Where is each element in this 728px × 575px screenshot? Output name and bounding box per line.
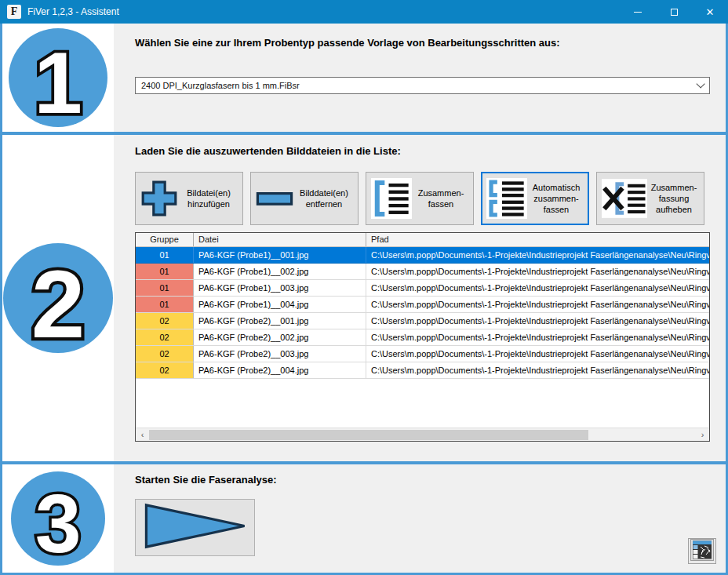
cell-gruppe: 02 xyxy=(136,346,194,362)
table-row[interactable]: 01PA6-KGF (Probe1)__003.jpgC:\Users\m.po… xyxy=(136,280,709,297)
auto-merge-button[interactable]: Automatisch zusammen- fassen xyxy=(481,172,589,225)
remove-image-files-button[interactable]: Bilddatei(en) entfernen xyxy=(250,172,359,225)
auto-merge-label: Automatisch zusammen- fassen xyxy=(527,182,585,216)
cell-datei: PA6-KGF (Probe2)__003.jpg xyxy=(194,346,366,362)
scroll-left-icon[interactable]: ‹ xyxy=(136,429,149,441)
merge-label: Zusammen- fassen xyxy=(412,187,470,210)
column-header-datei[interactable]: Datei xyxy=(194,233,366,246)
svg-text:1: 1 xyxy=(34,35,82,127)
merge-button[interactable]: Zusammen- fassen xyxy=(366,172,474,225)
template-select-value: 2400 DPI_Kurzglasfasern bis 1 mm.FiBsr xyxy=(141,81,696,90)
cell-gruppe: 02 xyxy=(136,313,194,329)
minus-rect-icon xyxy=(256,180,293,217)
remove-image-files-label: Bilddatei(en) entfernen xyxy=(293,187,355,210)
table-row[interactable]: 01PA6-KGF (Probe1)__004.jpgC:\Users\m.po… xyxy=(136,297,709,313)
step-1-column: 1 xyxy=(2,24,114,132)
scroll-right-icon[interactable]: › xyxy=(696,429,709,441)
svg-text:3: 3 xyxy=(35,477,82,566)
unmerge-label: Zusammen- fassung aufheben xyxy=(647,182,701,216)
x-bracket-list-icon xyxy=(602,179,647,218)
add-image-files-button[interactable]: Bildatei(en) hinzufügen xyxy=(135,172,243,225)
image-file-table: Gruppe Datei Pfad 01PA6-KGF (Probe1)__00… xyxy=(135,232,710,442)
step-1-badge: 1 xyxy=(9,28,107,127)
app-logo-icon: F xyxy=(7,5,21,19)
step-3-badge: 3 xyxy=(11,471,105,566)
svg-text:2: 2 xyxy=(31,249,86,353)
cell-gruppe: 01 xyxy=(136,280,194,296)
window-title: FiVer 1,2,3 - Assistent xyxy=(27,6,620,17)
cell-pfad: C:\Users\m.popp\Documents\-1-Projekte\In… xyxy=(366,346,709,362)
step-3-column: 3 xyxy=(2,464,114,573)
step-2-badge: 2 xyxy=(3,243,113,353)
step-2-section: 2 Laden Sie die auszuwertenden Bilddatei… xyxy=(2,135,726,461)
cell-pfad: C:\Users\m.popp\Documents\-1-Projekte\In… xyxy=(366,280,709,296)
cell-gruppe: 01 xyxy=(136,264,194,279)
double-bracket-list-icon xyxy=(486,178,527,219)
title-bar: F FiVer 1,2,3 - Assistent ✕ xyxy=(0,0,728,24)
cell-datei: PA6-KGF (Probe2)__002.jpg xyxy=(194,329,366,345)
start-analysis-button[interactable] xyxy=(135,499,255,556)
cell-gruppe: 01 xyxy=(136,247,194,263)
minimize-icon xyxy=(634,12,642,13)
play-triangle-icon xyxy=(141,502,249,553)
plus-icon xyxy=(140,180,178,217)
step-3-heading: Starten Sie die Faseranalyse: xyxy=(135,474,710,486)
minimize-button[interactable] xyxy=(620,0,656,24)
step-2-column: 2 xyxy=(2,135,114,461)
table-row[interactable]: 02PA6-KGF (Probe2)__002.jpgC:\Users\m.po… xyxy=(136,329,709,346)
cell-pfad: C:\Users\m.popp\Documents\-1-Projekte\In… xyxy=(366,329,709,345)
cell-pfad: C:\Users\m.popp\Documents\-1-Projekte\In… xyxy=(366,297,709,312)
table-row[interactable]: 02PA6-KGF (Probe2)__004.jpgC:\Users\m.po… xyxy=(136,362,709,379)
table-row[interactable]: 02PA6-KGF (Probe2)__001.jpgC:\Users\m.po… xyxy=(136,313,709,329)
table-row[interactable]: 01PA6-KGF (Probe1)__001.jpgC:\Users\m.po… xyxy=(136,247,709,264)
cell-pfad: C:\Users\m.popp\Documents\-1-Projekte\In… xyxy=(366,313,709,329)
cell-gruppe: 02 xyxy=(136,362,194,378)
unmerge-button[interactable]: Zusammen- fassung aufheben xyxy=(596,172,704,225)
result-window-button[interactable] xyxy=(688,538,716,564)
step-1-heading: Wählen Sie eine zur Ihrem Probentyp pass… xyxy=(135,37,710,49)
cell-pfad: C:\Users\m.popp\Documents\-1-Projekte\In… xyxy=(366,362,709,378)
table-header: Gruppe Datei Pfad xyxy=(136,233,709,247)
image-file-toolbar: Bildatei(en) hinzufügen Bilddatei(en) en… xyxy=(135,172,710,225)
template-select[interactable]: 2400 DPI_Kurzglasfasern bis 1 mm.FiBsr xyxy=(135,77,710,94)
cell-pfad: C:\Users\m.popp\Documents\-1-Projekte\In… xyxy=(366,247,709,263)
app-window: F FiVer 1,2,3 - Assistent ✕ 1 Wählen Sie… xyxy=(0,0,728,575)
wizard-body: 1 Wählen Sie eine zur Ihrem Probentyp pa… xyxy=(0,24,728,575)
fiber-table-icon xyxy=(690,539,714,564)
chevron-down-icon xyxy=(696,79,704,88)
column-header-gruppe[interactable]: Gruppe xyxy=(136,233,194,246)
cell-pfad: C:\Users\m.popp\Documents\-1-Projekte\In… xyxy=(366,264,709,279)
cell-datei: PA6-KGF (Probe2)__004.jpg xyxy=(194,362,366,378)
close-button[interactable]: ✕ xyxy=(692,0,728,24)
horizontal-scrollbar[interactable]: ‹ › xyxy=(136,428,709,441)
step-1-section: 1 Wählen Sie eine zur Ihrem Probentyp pa… xyxy=(2,24,726,132)
table-row[interactable]: 02PA6-KGF (Probe2)__003.jpgC:\Users\m.po… xyxy=(136,346,709,362)
add-image-files-label: Bildatei(en) hinzufügen xyxy=(178,187,239,210)
cell-gruppe: 01 xyxy=(136,297,194,312)
column-header-pfad[interactable]: Pfad xyxy=(366,233,709,246)
window-controls: ✕ xyxy=(620,0,728,24)
cell-datei: PA6-KGF (Probe1)__004.jpg xyxy=(194,297,366,312)
maximize-button[interactable] xyxy=(656,0,692,24)
maximize-icon xyxy=(671,9,678,16)
step-3-section: 3 Starten Sie die Faseranalyse: xyxy=(2,464,726,573)
scrollbar-thumb[interactable] xyxy=(149,430,588,440)
table-empty-area xyxy=(136,379,709,428)
close-icon: ✕ xyxy=(706,7,715,17)
step-2-heading: Laden Sie die auszuwertenden Bilddateien… xyxy=(135,145,710,157)
cell-gruppe: 02 xyxy=(136,329,194,345)
cell-datei: PA6-KGF (Probe1)__002.jpg xyxy=(194,264,366,279)
table-row[interactable]: 01PA6-KGF (Probe1)__002.jpgC:\Users\m.po… xyxy=(136,264,709,280)
table-body: 01PA6-KGF (Probe1)__001.jpgC:\Users\m.po… xyxy=(136,247,709,379)
cell-datei: PA6-KGF (Probe1)__003.jpg xyxy=(194,280,366,296)
bracket-list-icon xyxy=(371,178,412,219)
cell-datei: PA6-KGF (Probe1)__001.jpg xyxy=(194,247,366,263)
cell-datei: PA6-KGF (Probe2)__001.jpg xyxy=(194,313,366,329)
